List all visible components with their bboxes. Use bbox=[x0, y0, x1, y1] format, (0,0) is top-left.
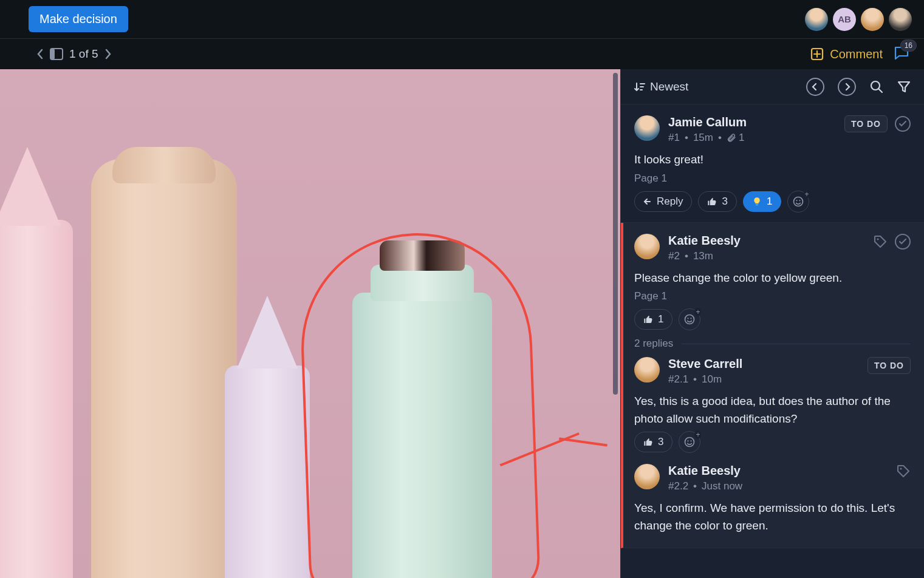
top-bar: Make decision AB bbox=[0, 0, 924, 39]
svg-rect-1 bbox=[50, 49, 55, 59]
document-canvas[interactable] bbox=[0, 69, 620, 578]
prev-comment-button[interactable] bbox=[806, 78, 824, 96]
comments-list[interactable]: Jamie Callum #1 • 15m • 1 TO DO bbox=[621, 104, 924, 578]
sidebar-toggle-icon[interactable] bbox=[50, 48, 63, 60]
comments-panel-toggle[interactable]: 16 bbox=[894, 46, 909, 63]
comment-page: Page 1 bbox=[634, 172, 911, 185]
comment-author: Katie Beesly bbox=[668, 464, 742, 478]
resolve-icon[interactable] bbox=[895, 234, 911, 250]
svg-point-6 bbox=[799, 200, 801, 201]
comment-item-selected[interactable]: Katie Beesly #2 • 13m Please bbox=[621, 223, 924, 549]
comment-meta: #2 • 13m bbox=[668, 250, 741, 262]
svg-point-14 bbox=[900, 468, 902, 470]
status-badge[interactable]: TO DO bbox=[868, 357, 911, 374]
page-toolbar: 1 of 5 Comment 16 bbox=[0, 39, 924, 69]
svg-point-13 bbox=[691, 440, 692, 441]
product-bottle-pink bbox=[0, 220, 73, 578]
make-decision-button[interactable]: Make decision bbox=[29, 6, 128, 32]
comment-author: Steve Carrell bbox=[668, 357, 742, 371]
svg-point-11 bbox=[685, 438, 694, 447]
presence-avatars: AB bbox=[805, 8, 912, 31]
add-reaction-button[interactable] bbox=[679, 308, 700, 330]
comment-author: Katie Beesly bbox=[668, 234, 741, 248]
next-page-icon[interactable] bbox=[104, 49, 112, 59]
svg-point-5 bbox=[796, 200, 798, 201]
comments-panel: Newest bbox=[620, 69, 924, 578]
comment-avatar bbox=[634, 357, 660, 382]
page-indicator: 1 of 5 bbox=[69, 47, 98, 61]
comment-item[interactable]: Jamie Callum #1 • 15m • 1 TO DO bbox=[621, 104, 924, 223]
comment-body: Yes, I confirm. We have permission to do… bbox=[634, 500, 911, 534]
product-bottle-mint bbox=[352, 293, 492, 578]
add-comment-icon bbox=[810, 47, 824, 61]
comment-meta: #1 • 15m • 1 bbox=[668, 132, 747, 144]
comment-body: Please change the color to yellow green. bbox=[634, 270, 911, 287]
status-badge[interactable]: TO DO bbox=[844, 115, 888, 132]
reply-button[interactable]: Reply bbox=[634, 191, 692, 212]
like-button[interactable]: 1 bbox=[634, 309, 672, 330]
comment-avatar bbox=[634, 115, 660, 141]
comment-reply[interactable]: Katie Beesly #2.2 • Just now Yes, I conf… bbox=[634, 464, 911, 534]
add-reaction-button[interactable] bbox=[787, 191, 809, 212]
comment-page: Page 1 bbox=[634, 290, 911, 302]
presence-avatar-1[interactable] bbox=[805, 8, 828, 31]
comment-meta: #2.2 • Just now bbox=[668, 480, 742, 492]
comment-avatar bbox=[634, 234, 660, 259]
like-button[interactable]: 3 bbox=[698, 191, 736, 212]
sort-dropdown[interactable]: Newest bbox=[634, 80, 688, 93]
annotation-leader-1 bbox=[500, 432, 606, 532]
attachment-icon: 1 bbox=[727, 132, 744, 144]
svg-point-10 bbox=[691, 318, 692, 319]
idea-reaction-button[interactable]: 1 bbox=[743, 191, 781, 212]
tag-icon[interactable] bbox=[873, 234, 888, 249]
annotation-leader-2 bbox=[559, 437, 607, 446]
comment-author: Jamie Callum bbox=[668, 115, 747, 129]
next-comment-button[interactable] bbox=[838, 78, 856, 96]
replies-divider: 2 replies bbox=[634, 338, 911, 350]
comment-body: It looks great! bbox=[634, 151, 911, 169]
sort-label: Newest bbox=[650, 80, 688, 93]
svg-point-7 bbox=[877, 238, 879, 240]
svg-point-9 bbox=[688, 318, 689, 319]
tag-icon[interactable] bbox=[896, 464, 911, 478]
search-icon[interactable] bbox=[869, 80, 884, 94]
presence-avatar-4[interactable] bbox=[889, 8, 912, 31]
comments-toolbar: Newest bbox=[621, 69, 924, 104]
add-comment-button[interactable]: Comment bbox=[810, 47, 883, 61]
comment-reply[interactable]: Steve Carrell #2.1 • 10m TO DO Yes, this… bbox=[634, 357, 911, 453]
page-navigator: 1 of 5 bbox=[36, 47, 112, 61]
presence-avatar-2[interactable]: AB bbox=[833, 8, 856, 31]
resolve-icon[interactable] bbox=[895, 116, 911, 132]
canvas-scrollbar[interactable] bbox=[613, 73, 618, 395]
main-area: Newest bbox=[0, 69, 924, 578]
prev-page-icon[interactable] bbox=[36, 49, 44, 59]
comment-avatar bbox=[634, 464, 660, 489]
add-reaction-button[interactable] bbox=[679, 431, 700, 453]
product-bottle-lavender bbox=[225, 365, 310, 578]
comment-body: Yes, this is a good idea, but does the a… bbox=[634, 393, 911, 427]
comments-count-badge: 16 bbox=[900, 39, 917, 52]
comment-meta: #2.1 • 10m bbox=[668, 373, 742, 386]
like-button[interactable]: 3 bbox=[634, 432, 672, 452]
product-bottle-tan bbox=[91, 159, 237, 578]
svg-point-12 bbox=[688, 440, 689, 441]
svg-point-4 bbox=[794, 197, 803, 206]
svg-point-8 bbox=[685, 315, 694, 324]
presence-avatar-3[interactable] bbox=[861, 8, 884, 31]
filter-icon[interactable] bbox=[897, 80, 911, 93]
add-comment-label: Comment bbox=[830, 47, 883, 61]
